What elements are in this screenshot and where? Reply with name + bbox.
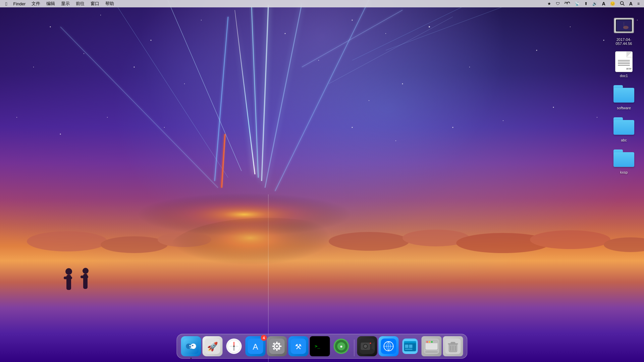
- svg-point-126: [426, 341, 428, 343]
- svg-text:A: A: [253, 342, 258, 351]
- desktop-icon-software[interactable]: software: [607, 82, 641, 111]
- menubar-left:  Finder 文件 编辑 显示 前往 窗口 帮助: [0, 0, 117, 7]
- svg-rect-133: [451, 342, 455, 344]
- dock-item-camera[interactable]: [357, 336, 377, 356]
- doc1-icon-img: RTF: [613, 51, 635, 72]
- dock-item-browser[interactable]: [379, 336, 399, 356]
- kxsp-icon-img: [613, 147, 635, 169]
- dock-item-trash[interactable]: [443, 336, 463, 356]
- appstore-badge: 4: [261, 335, 267, 341]
- doc-lines: [617, 59, 631, 67]
- kxsp-icon-label: kxsp: [620, 170, 628, 174]
- dock-item-terminal[interactable]: >_: [310, 336, 330, 356]
- svg-point-128: [431, 341, 433, 343]
- svg-rect-119: [404, 341, 416, 343]
- svg-point-112: [370, 343, 371, 344]
- kxsp-folder-visual: [613, 149, 634, 167]
- dock-item-settings[interactable]: [267, 336, 287, 356]
- menubar-edit[interactable]: 编辑: [44, 0, 58, 7]
- menubar-upload[interactable]: ⬆: [583, 1, 589, 7]
- dock-item-share[interactable]: [400, 336, 420, 356]
- software-icon-img: [613, 83, 635, 105]
- desktop-icon-doc1[interactable]: RTF doc1: [607, 50, 641, 79]
- svg-rect-93: [272, 346, 274, 347]
- screenshot-icon-img: [613, 15, 635, 36]
- desktop-icon-screenshot[interactable]: 2017-04-057.44.56: [607, 13, 641, 47]
- menubar-go[interactable]: 前往: [73, 0, 87, 7]
- menubar-search[interactable]: [618, 0, 626, 7]
- apple-menu[interactable]: : [3, 0, 10, 7]
- svg-line-66: [623, 4, 624, 5]
- desktop-icon-abc[interactable]: abc: [607, 114, 641, 143]
- svg-rect-91: [276, 342, 278, 344]
- svg-point-90: [276, 345, 278, 347]
- desktop-icon-kxsp[interactable]: kxsp: [607, 146, 641, 176]
- abc-folder-visual: [613, 117, 634, 135]
- menubar-star[interactable]: ★: [546, 1, 553, 7]
- folder-body: [613, 88, 634, 103]
- abc-folder-body: [613, 120, 634, 135]
- menubar-font[interactable]: A: [600, 0, 607, 7]
- svg-text:>_: >_: [315, 344, 320, 349]
- menubar-right: ★ 🛡 📡 ⬆ 🔊 A 😊 A ≡: [546, 0, 644, 7]
- svg-point-85: [233, 346, 235, 347]
- dock: 🚀 A 4: [177, 334, 468, 359]
- menubar-window[interactable]: 窗口: [88, 0, 102, 7]
- dock-item-launchpad[interactable]: 🚀: [203, 336, 223, 356]
- dock-item-xcode[interactable]: ⚒: [288, 336, 309, 356]
- doc-line-4: [618, 65, 630, 66]
- menubar-wifi[interactable]: [563, 1, 572, 7]
- svg-text:●: ●: [340, 344, 342, 349]
- svg-rect-92: [276, 349, 278, 351]
- dock-item-safari[interactable]: [224, 336, 244, 356]
- svg-text:⚒: ⚒: [295, 343, 302, 351]
- doc-badge: RTF: [626, 67, 632, 70]
- abc-icon-label: abc: [621, 138, 627, 142]
- software-folder-visual: [613, 85, 634, 103]
- svg-rect-122: [405, 349, 413, 350]
- svg-rect-129: [425, 351, 438, 353]
- menubar-shield[interactable]: 🛡: [554, 1, 561, 7]
- menubar-cast[interactable]: 📡: [573, 1, 581, 7]
- doc-line-3: [618, 63, 630, 64]
- kxsp-folder-body: [613, 152, 634, 167]
- doc1-icon-label: doc1: [620, 74, 628, 78]
- menubar-file[interactable]: 文件: [29, 0, 43, 7]
- doc-line-2: [618, 62, 630, 62]
- menubar-text[interactable]: A: [628, 0, 634, 7]
- svg-rect-120: [405, 345, 409, 348]
- menubar-finder[interactable]: Finder: [10, 1, 28, 7]
- software-icon-label: software: [617, 106, 631, 110]
- svg-point-127: [429, 341, 430, 343]
- dock-item-window[interactable]: [422, 336, 442, 356]
- dock-separator: [354, 340, 355, 356]
- menubar-view[interactable]: 显示: [58, 0, 72, 7]
- screenshot-icon-label: 2017-04-057.44.56: [609, 38, 639, 46]
- svg-point-76: [192, 345, 194, 346]
- dock-item-git[interactable]: ●: [331, 336, 352, 356]
- svg-point-75: [190, 345, 191, 346]
- dock-item-finder[interactable]: [181, 336, 201, 356]
- doc-line-1: [618, 60, 630, 61]
- desktop:  Finder 文件 编辑 显示 前往 窗口 帮助 ★ 🛡 📡 ⬆ 🔊 A 😊…: [0, 0, 644, 362]
- abc-icon-img: [613, 115, 635, 137]
- menubar-volume[interactable]: 🔊: [591, 1, 599, 7]
- svg-point-110: [364, 345, 367, 348]
- svg-rect-121: [409, 345, 413, 348]
- stars-layer: [0, 0, 644, 253]
- svg-rect-94: [280, 346, 282, 347]
- svg-text:🚀: 🚀: [207, 341, 218, 352]
- screenshot-icon-visual: [614, 18, 634, 33]
- menubar-emoji[interactable]: 😊: [608, 1, 617, 7]
- dock-item-appstore[interactable]: A 4: [246, 336, 266, 356]
- desktop-icons-container: 2017-04-057.44.56 RTF doc1: [604, 10, 644, 179]
- menubar-menu[interactable]: ≡: [636, 1, 641, 7]
- finder-dot: [191, 358, 192, 359]
- doc1-icon-visual: RTF: [615, 51, 633, 72]
- menubar-help[interactable]: 帮助: [103, 0, 117, 7]
- svg-point-70: [623, 26, 629, 29]
- menubar:  Finder 文件 编辑 显示 前往 窗口 帮助 ★ 🛡 📡 ⬆ 🔊 A 😊…: [0, 0, 644, 7]
